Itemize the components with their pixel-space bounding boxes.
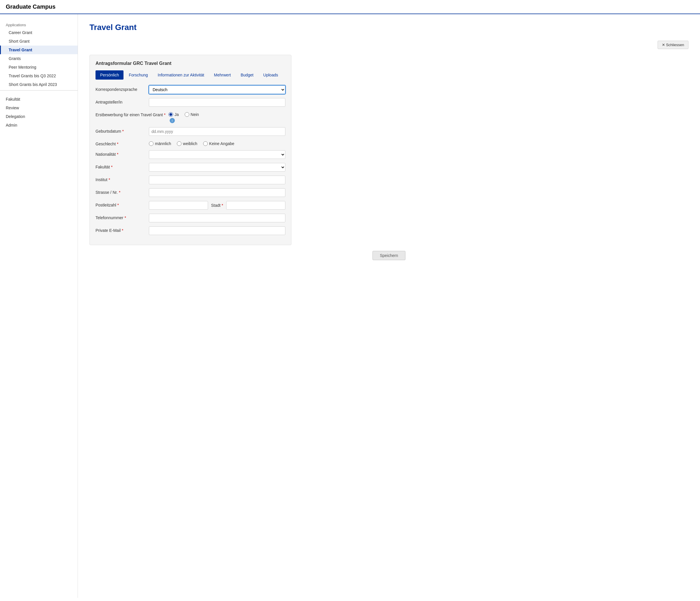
save-button[interactable]: Speichern: [373, 251, 405, 260]
geburtsdatum-row: Geburtsdatum *: [96, 127, 285, 136]
close-button[interactable]: ✕ Schliessen: [657, 41, 689, 49]
sidebar-item-grants[interactable]: Grants: [0, 54, 78, 63]
sidebar-item-delegation[interactable]: Delegation: [0, 112, 78, 121]
stadt-input[interactable]: [226, 201, 285, 210]
geburtsdatum-input[interactable]: [149, 127, 285, 136]
top-row: ✕ Schliessen: [90, 41, 689, 52]
tab-persoenlich[interactable]: Persönlich: [96, 70, 124, 80]
geschlecht-maennlich[interactable]: männlich: [149, 141, 171, 146]
erstbewerbung-ja-radio[interactable]: [169, 112, 173, 117]
antragsteller-input[interactable]: [149, 98, 285, 107]
erstbewerbung-ja-label: Ja: [175, 112, 179, 117]
info-icon[interactable]: i: [170, 118, 175, 123]
save-section: Speichern: [90, 251, 689, 260]
geschlecht-row: Geschlecht * männlich weiblich Keine Ang…: [96, 140, 285, 146]
sidebar-item-peer-mentoring[interactable]: Peer Mentoring: [0, 63, 78, 72]
fakultaet-row: Fakultät *: [96, 163, 285, 172]
postleitzahl-label: Postleitzahl *: [96, 201, 146, 207]
tab-informationen[interactable]: Informationen zur Aktivität: [153, 70, 209, 80]
antragsteller-label: Antragsteller/in: [96, 98, 146, 104]
erstbewerbung-row: Erstbewerbung für einen Travel Grant * J…: [96, 111, 285, 123]
nationalitaet-row: Nationalität *: [96, 150, 285, 159]
erstbewerbung-nein-radio[interactable]: [185, 112, 189, 117]
strasse-input[interactable]: [149, 188, 285, 197]
erstbewerbung-nein[interactable]: Nein: [185, 112, 199, 117]
header: Graduate Campus: [0, 0, 700, 14]
geschlecht-radio-group: männlich weiblich Keine Angabe: [149, 140, 234, 146]
institut-row: Institut *: [96, 176, 285, 184]
sidebar-item-short-grants-april-2023[interactable]: Short Grants bis April 2023: [0, 80, 78, 89]
fakultaet-label: Fakultät *: [96, 163, 146, 169]
telefonnummer-input[interactable]: [149, 214, 285, 223]
postleitzahl-row: Postleitzahl * Stadt *: [96, 201, 285, 210]
tab-budget[interactable]: Budget: [236, 70, 258, 80]
geschlecht-label: Geschlecht *: [96, 140, 146, 146]
geschlecht-weiblich[interactable]: weiblich: [177, 141, 197, 146]
main-content: Travel Grant ✕ Schliessen Antragsformula…: [78, 14, 700, 598]
telefonnummer-label: Telefonnummer *: [96, 214, 146, 220]
sidebar-section-applications: Applications: [0, 20, 78, 28]
sidebar-item-admin[interactable]: Admin: [0, 121, 78, 130]
stadt-label: Stadt *: [211, 203, 223, 208]
tabs: Persönlich Forschung Informationen zur A…: [96, 70, 285, 80]
institut-input[interactable]: [149, 176, 285, 184]
erstbewerbung-wrapper: Ja Nein i: [169, 111, 199, 123]
site-title: Graduate Campus: [6, 3, 55, 10]
geschlecht-maennlich-label: männlich: [155, 141, 171, 146]
private-email-label: Private E-Mail *: [96, 226, 146, 233]
institut-label: Institut *: [96, 176, 146, 182]
korrespondenzsprache-select[interactable]: Deutsch English: [149, 85, 285, 94]
sidebar-item-travel-grant[interactable]: Travel Grant: [0, 46, 78, 54]
geschlecht-maennlich-radio[interactable]: [149, 141, 153, 146]
page-title: Travel Grant: [90, 23, 689, 32]
postleitzahl-input[interactable]: [149, 201, 208, 210]
strasse-label: Strasse / Nr. *: [96, 188, 146, 195]
geschlecht-keine-angabe-label: Keine Angabe: [209, 141, 234, 146]
fakultaet-select[interactable]: [149, 163, 285, 172]
korrespondenzsprache-label: Korrespondenzsprache: [96, 85, 146, 92]
private-email-input[interactable]: [149, 226, 285, 235]
korrespondenzsprache-row: Korrespondenzsprache Deutsch English: [96, 85, 285, 94]
nationalitaet-select[interactable]: [149, 150, 285, 159]
geschlecht-weiblich-label: weiblich: [183, 141, 197, 146]
erstbewerbung-nein-label: Nein: [191, 112, 199, 117]
erstbewerbung-label: Erstbewerbung für einen Travel Grant *: [96, 111, 166, 117]
strasse-row: Strasse / Nr. *: [96, 188, 285, 197]
tab-mehrwert[interactable]: Mehrwert: [209, 70, 235, 80]
sidebar-item-short-grant[interactable]: Short Grant: [0, 37, 78, 46]
tab-forschung[interactable]: Forschung: [124, 70, 152, 80]
erstbewerbung-radio-group: Ja Nein: [169, 111, 199, 117]
geburtsdatum-label: Geburtsdatum *: [96, 127, 146, 133]
geschlecht-keine-angabe[interactable]: Keine Angabe: [203, 141, 234, 146]
geschlecht-weiblich-radio[interactable]: [177, 141, 181, 146]
sidebar: Applications Career Grant Short Grant Tr…: [0, 14, 78, 598]
sidebar-item-career-grant[interactable]: Career Grant: [0, 28, 78, 37]
nationalitaet-label: Nationalität *: [96, 150, 146, 157]
erstbewerbung-ja[interactable]: Ja: [169, 112, 179, 117]
antragsteller-row: Antragsteller/in: [96, 98, 285, 107]
tab-uploads[interactable]: Uploads: [258, 70, 282, 80]
sidebar-item-travel-grants-q3-2022[interactable]: Travel Grants bis Q3 2022: [0, 72, 78, 80]
telefonnummer-row: Telefonnummer *: [96, 214, 285, 223]
sidebar-item-review[interactable]: Review: [0, 104, 78, 112]
geschlecht-keine-angabe-radio[interactable]: [203, 141, 208, 146]
private-email-row: Private E-Mail *: [96, 226, 285, 235]
form-card-title: Antragsformular GRC Travel Grant: [96, 61, 285, 66]
sidebar-item-fakultaet[interactable]: Fakultät: [0, 95, 78, 104]
layout: Applications Career Grant Short Grant Tr…: [0, 14, 700, 598]
form-card: Antragsformular GRC Travel Grant Persönl…: [90, 55, 292, 245]
postleitzahl-gruppe: Stadt *: [149, 201, 285, 210]
